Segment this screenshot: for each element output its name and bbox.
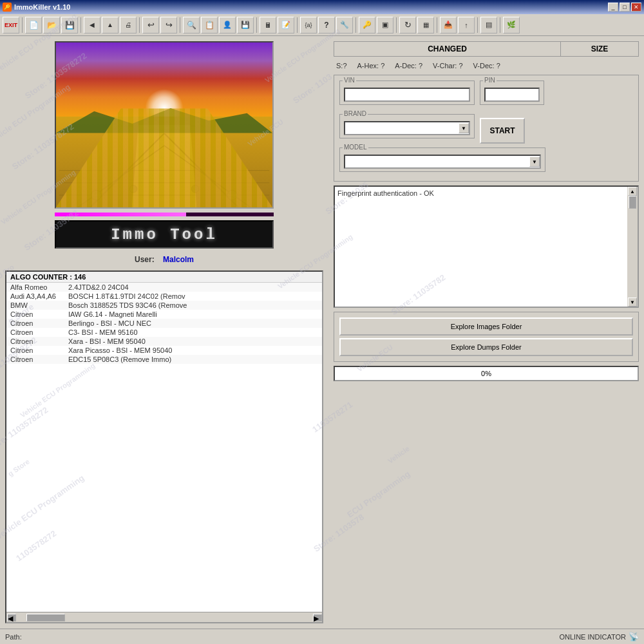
- title-bar: 🔑 ImmoKiller v1.10 _ □ ✕: [0, 0, 644, 14]
- algo-table: Alfa Romeo2.4JTD&2.0 24C04Audi A3,A4,A6B…: [6, 283, 322, 364]
- log-scroll-track: [628, 196, 637, 298]
- pin-label: PIN: [483, 77, 497, 84]
- sep9: [437, 17, 437, 33]
- list-item[interactable]: CitroenBerlingo - BSI - MCU NEC: [6, 319, 322, 328]
- a-dec-value: A-Dec: ?: [395, 62, 422, 70]
- list-item[interactable]: CitroenEDC15 5P08C3 (Remove Immo): [6, 355, 322, 364]
- pin-fieldset: PIN: [480, 80, 544, 105]
- brand-start-row: BRAND ▼ START: [339, 109, 633, 144]
- log-container[interactable]: Fingerprint authentication - OK ▲ ▼: [334, 185, 639, 308]
- start-button[interactable]: START: [480, 118, 525, 144]
- model-select[interactable]: [344, 155, 541, 169]
- list-item[interactable]: Audi A3,A4,A6BOSCH 1.8T&1.9TDI 24C02 (Re…: [6, 292, 322, 301]
- exit-toolbar-btn[interactable]: EXIT: [3, 17, 19, 33]
- algo-list-container[interactable]: ALGO COUNTER : 146 Alfa Romeo2.4JTD&2.0 …: [5, 270, 323, 623]
- list-item[interactable]: CitroenC3- BSI - MEM 95160: [6, 328, 322, 337]
- save-file-btn[interactable]: 💾: [61, 17, 78, 33]
- svg-point-7: [91, 190, 101, 200]
- user-name: Malcolm: [163, 255, 194, 264]
- left-panel: Immo Tool User: Malcolm ALGO COUNTER : 1…: [0, 36, 328, 629]
- svg-line-2: [78, 146, 164, 207]
- new-file-btn[interactable]: 📄: [25, 17, 42, 33]
- search-btn[interactable]: 🔍: [183, 17, 200, 33]
- path-label: Path:: [5, 633, 22, 641]
- log-scroll-down[interactable]: ▼: [628, 298, 637, 307]
- floppy-btn[interactable]: 💾: [237, 17, 254, 33]
- list-item[interactable]: CitroenXara - BSI - MEM 95040: [6, 337, 322, 346]
- arrow-up-btn[interactable]: ▲: [102, 17, 118, 33]
- plant-btn[interactable]: 🌿: [503, 17, 520, 33]
- print-btn[interactable]: 🖨: [120, 17, 137, 33]
- form-container: VIN PIN BRAND: [334, 75, 639, 182]
- key-btn[interactable]: 🔑: [359, 17, 375, 33]
- v-dec-value: V-Dec: ?: [473, 62, 500, 70]
- settings-btn[interactable]: 🔧: [336, 17, 353, 33]
- hscroll-right-arrow[interactable]: ▶: [313, 614, 322, 621]
- document-btn[interactable]: 📋: [201, 17, 218, 33]
- antenna-icon: 📡: [629, 632, 639, 641]
- brand-label: BRAND: [343, 110, 368, 117]
- vin-input[interactable]: [344, 88, 470, 102]
- calc-btn[interactable]: 🖩: [260, 17, 276, 33]
- explore-dumps-button[interactable]: Explore Dumps Folder: [339, 338, 633, 356]
- arrow-left-btn[interactable]: ◀: [84, 17, 100, 33]
- hscroll-left-arrow[interactable]: ◀: [7, 614, 16, 621]
- log-scroll-thumb[interactable]: [629, 196, 636, 209]
- online-indicator: ONLINE INDICATOR 📡: [560, 632, 639, 641]
- list-item[interactable]: BMWBosch 3188525 TDS 93C46 (Remove: [6, 301, 322, 310]
- model-fieldset: MODEL ▼: [339, 147, 545, 172]
- person-btn[interactable]: 👤: [219, 17, 236, 33]
- open-file-btn[interactable]: 📂: [43, 17, 60, 33]
- upload-btn[interactable]: ↑: [458, 17, 475, 33]
- pin-input[interactable]: [484, 88, 540, 102]
- chip-btn[interactable]: ▣: [377, 17, 393, 33]
- changed-size-header: CHANGED SIZE: [334, 41, 639, 57]
- online-label: ONLINE INDICATOR: [560, 633, 627, 641]
- list-item[interactable]: CitroenIAW G6.14 - Magneti Marelli: [6, 310, 322, 319]
- led-text: Immo Tool: [111, 226, 218, 243]
- memory-btn[interactable]: ▦: [417, 17, 434, 33]
- minimize-button[interactable]: _: [608, 3, 618, 12]
- vin-pin-row: VIN PIN: [339, 80, 633, 105]
- progress-bar-container: 0%: [334, 366, 639, 381]
- list-item[interactable]: CitroenXara Picasso - BSI - MEM 95040: [6, 346, 322, 355]
- hscroll-thumb[interactable]: [26, 614, 65, 621]
- sep11: [500, 17, 500, 33]
- svg-line-3: [164, 146, 251, 207]
- sep1: [22, 17, 23, 33]
- led-display-panel: Immo Tool: [55, 220, 274, 249]
- undo-btn[interactable]: ↩: [142, 17, 159, 33]
- algo-counter-header: ALGO COUNTER : 146: [6, 272, 322, 283]
- svg-point-8: [227, 190, 237, 200]
- svg-marker-11: [56, 108, 272, 133]
- brand-field-group: BRAND ▼: [339, 114, 475, 138]
- help-question-btn[interactable]: ?: [318, 17, 335, 33]
- window-title: ImmoKiller v1.10: [14, 3, 70, 11]
- vin-field-group: VIN: [339, 80, 475, 105]
- grid-btn[interactable]: ▤: [480, 17, 497, 33]
- list-item[interactable]: Alfa Romeo2.4JTD&2.0 24C04: [6, 283, 322, 292]
- code-btn[interactable]: {a}: [300, 17, 317, 33]
- preview-image: [55, 41, 274, 209]
- log-scroll-up[interactable]: ▲: [628, 187, 637, 196]
- s-value: S:?: [336, 62, 347, 70]
- redo-btn[interactable]: ↪: [160, 17, 177, 33]
- log-scrollbar[interactable]: ▲ ▼: [627, 187, 638, 307]
- horizontal-scrollbar[interactable]: ◀ ▶: [6, 612, 322, 622]
- maximize-button[interactable]: □: [620, 3, 630, 12]
- app-icon: 🔑: [3, 3, 12, 12]
- user-info: User: Malcolm: [5, 252, 323, 267]
- vin-fieldset: VIN: [339, 80, 475, 105]
- notepad-btn[interactable]: 📝: [278, 17, 294, 33]
- download-btn[interactable]: 📥: [440, 17, 457, 33]
- progress-label: 0%: [481, 370, 491, 377]
- algo-list-scroll[interactable]: Alfa Romeo2.4JTD&2.0 24C04Audi A3,A4,A6B…: [6, 283, 322, 612]
- pin-field-group: PIN: [480, 80, 544, 105]
- refresh-btn[interactable]: ↻: [399, 17, 416, 33]
- main-toolbar: EXIT 📄 📂 💾 ◀ ▲ 🖨 ↩ ↪ 🔍 📋 👤 💾 🖩 📝 {a} ? 🔧…: [0, 14, 644, 36]
- brand-select[interactable]: [344, 121, 470, 135]
- image-display: [56, 43, 272, 207]
- close-button[interactable]: ✕: [631, 3, 641, 12]
- hscroll-track: [16, 614, 313, 621]
- explore-images-button[interactable]: Explore Images Folder: [339, 317, 633, 336]
